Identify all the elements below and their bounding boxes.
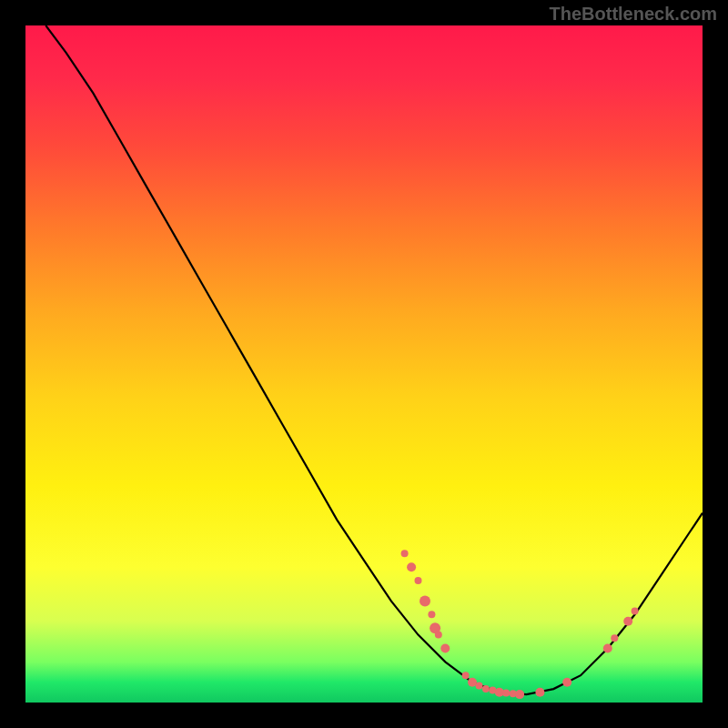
bottleneck-curve [46, 25, 703, 694]
watermark-text: TheBottleneck.com [550, 4, 717, 25]
data-point [515, 690, 524, 699]
data-point [420, 595, 430, 606]
data-point [535, 688, 544, 697]
data-point [611, 634, 618, 642]
data-point [502, 690, 510, 697]
data-point [440, 644, 450, 653]
data-point [415, 577, 422, 584]
data-point [468, 678, 477, 687]
chart-area [25, 25, 703, 703]
chart-overlay [25, 25, 703, 703]
data-point [482, 685, 490, 693]
data-point [632, 608, 639, 615]
data-point [407, 562, 416, 571]
data-point [435, 632, 442, 639]
data-point [428, 611, 435, 618]
data-point [603, 644, 612, 653]
data-points [401, 550, 639, 699]
data-point [562, 678, 571, 687]
data-point [401, 550, 409, 557]
data-point [623, 617, 632, 626]
data-point [476, 682, 483, 689]
data-point [462, 672, 470, 679]
